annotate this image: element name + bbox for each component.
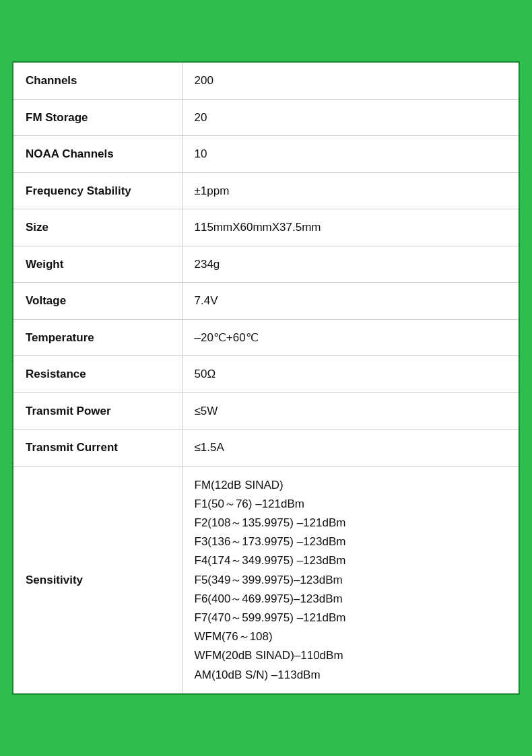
row-label: NOAA Channels bbox=[13, 136, 182, 173]
table-row: Transmit Current≤1.5A bbox=[13, 429, 519, 467]
row-value: 115mmX60mmX37.5mm bbox=[182, 209, 519, 246]
specs-table-wrapper: Channels200FM Storage20NOAA Channels10Fr… bbox=[12, 61, 520, 695]
sensitivity-line: WFM(76～108) bbox=[195, 627, 507, 646]
table-row: Voltage7.4V bbox=[13, 283, 519, 320]
specs-table: Channels200FM Storage20NOAA Channels10Fr… bbox=[13, 63, 519, 693]
row-label: Temperature bbox=[13, 319, 182, 356]
sensitivity-row: SensitivityFM(12dB SINAD)F1(50～76) –121d… bbox=[13, 466, 519, 693]
row-value: 200 bbox=[182, 63, 519, 99]
row-value: –20℃+60℃ bbox=[182, 319, 519, 356]
row-label: Transmit Power bbox=[13, 392, 182, 429]
table-row: Transmit Power≤5W bbox=[13, 392, 519, 429]
sensitivity-line: AM(10dB S/N) –113dBm bbox=[195, 666, 507, 684]
sensitivity-line: F2(108～135.9975) –121dBm bbox=[195, 514, 507, 532]
row-label: Transmit Current bbox=[13, 429, 182, 467]
row-label: Size bbox=[13, 209, 182, 246]
sensitivity-value: FM(12dB SINAD)F1(50～76) –121dBmF2(108～13… bbox=[182, 466, 519, 693]
table-row: NOAA Channels10 bbox=[13, 136, 519, 173]
table-row: Weight234g bbox=[13, 246, 519, 283]
row-label: FM Storage bbox=[13, 99, 182, 136]
row-value: 10 bbox=[182, 136, 519, 173]
sensitivity-line: F7(470～599.9975) –121dBm bbox=[195, 609, 507, 627]
table-row: Channels200 bbox=[13, 63, 519, 99]
sensitivity-line: F1(50～76) –121dBm bbox=[195, 495, 507, 513]
sensitivity-line: F4(174～349.9975) –123dBm bbox=[195, 551, 507, 570]
row-label: Channels bbox=[13, 63, 182, 99]
table-row: Size115mmX60mmX37.5mm bbox=[13, 209, 519, 246]
sensitivity-line: WFM(20dB SINAD)–110dBm bbox=[195, 646, 507, 664]
table-row: FM Storage20 bbox=[13, 99, 519, 136]
row-value: ±1ppm bbox=[182, 172, 519, 209]
row-value: ≤1.5A bbox=[182, 429, 519, 467]
row-value: 234g bbox=[182, 246, 519, 283]
row-value: 50Ω bbox=[182, 356, 519, 393]
row-label: Voltage bbox=[13, 283, 182, 320]
table-row: Frequency Stability±1ppm bbox=[13, 172, 519, 209]
sensitivity-line: F5(349～399.9975)–123dBm bbox=[195, 571, 507, 589]
table-row: Temperature–20℃+60℃ bbox=[13, 319, 519, 356]
row-value: 20 bbox=[182, 99, 519, 136]
sensitivity-line: F3(136～173.9975) –123dBm bbox=[195, 532, 507, 551]
sensitivity-label: Sensitivity bbox=[13, 466, 182, 693]
row-label: Frequency Stability bbox=[13, 172, 182, 209]
row-label: Resistance bbox=[13, 356, 182, 393]
sensitivity-line: F6(400～469.9975)–123dBm bbox=[195, 590, 507, 608]
row-value: ≤5W bbox=[182, 392, 519, 429]
sensitivity-line: FM(12dB SINAD) bbox=[195, 476, 507, 494]
row-label: Weight bbox=[13, 246, 182, 283]
row-value: 7.4V bbox=[182, 283, 519, 320]
table-row: Resistance50Ω bbox=[13, 356, 519, 393]
